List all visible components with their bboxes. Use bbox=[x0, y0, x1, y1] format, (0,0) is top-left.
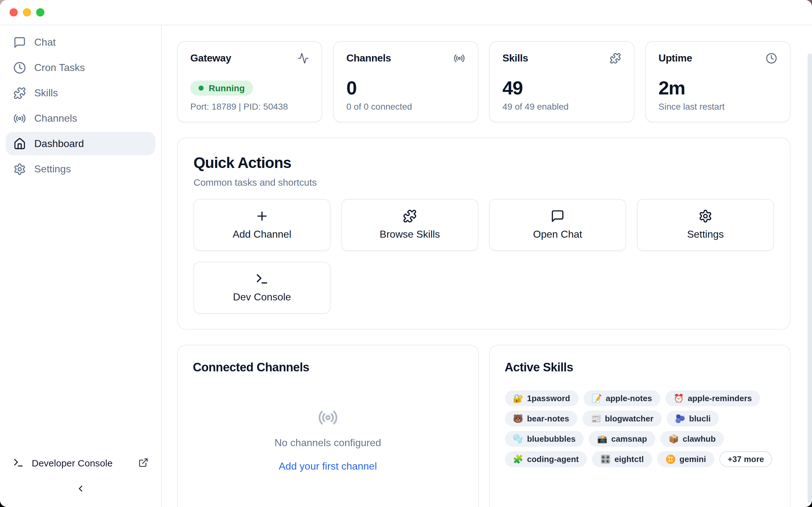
app-window: ChatCron TasksSkillsChannelsDashboardSet… bbox=[0, 0, 812, 507]
skill-chip-blogwatcher: 📰blogwatcher bbox=[582, 411, 662, 427]
stat-card-value: 49 bbox=[502, 78, 621, 98]
quick-actions-panel: Quick Actions Common tasks and shortcuts… bbox=[177, 137, 791, 330]
quick-action-open-chat[interactable]: Open Chat bbox=[489, 199, 626, 251]
skill-chip-gemini: ♊️gemini bbox=[657, 451, 714, 467]
stat-card-header: Gateway bbox=[190, 53, 309, 64]
sidebar-item-label: Dashboard bbox=[34, 138, 84, 149]
chevron-left-icon bbox=[75, 484, 86, 494]
home-icon bbox=[13, 137, 26, 150]
skill-chip-label: clawhub bbox=[682, 434, 716, 444]
radio-icon bbox=[454, 53, 465, 64]
stat-card-value: 0 bbox=[346, 78, 465, 98]
stat-card-title: Uptime bbox=[658, 53, 692, 64]
skill-chip-apple-reminders: ⏰apple-reminders bbox=[665, 390, 760, 406]
stat-card-title: Skills bbox=[502, 53, 528, 64]
sidebar-item-settings[interactable]: Settings bbox=[6, 157, 155, 181]
active-skills-title: Active Skills bbox=[505, 360, 774, 375]
stat-card-header: Channels bbox=[346, 53, 465, 64]
bottom-row: Connected Channels No channels configure… bbox=[177, 345, 791, 507]
radio-icon bbox=[318, 407, 338, 428]
quick-actions-subtitle: Common tasks and shortcuts bbox=[194, 177, 774, 187]
connected-channels-title: Connected Channels bbox=[193, 360, 463, 375]
scrollbar-thumb[interactable] bbox=[808, 53, 812, 503]
sidebar-item-label: Cron Tasks bbox=[34, 62, 85, 73]
skill-chip-clawhub: 📦clawhub bbox=[660, 431, 724, 447]
developer-console-label: Developer Console bbox=[32, 457, 131, 468]
stat-card-title: Gateway bbox=[190, 53, 231, 64]
skill-chip-label: eightctl bbox=[614, 454, 644, 464]
skill-emoji-icon: 🧩 bbox=[513, 455, 523, 463]
channels-empty-state: No channels configured Add your first ch… bbox=[193, 407, 463, 472]
puzzle-icon bbox=[13, 87, 26, 99]
skill-chip-label: bear-notes bbox=[527, 413, 569, 424]
quick-action-settings[interactable]: Settings bbox=[637, 199, 774, 251]
quick-action-dev-console[interactable]: Dev Console bbox=[194, 262, 331, 314]
settings-icon bbox=[699, 210, 712, 223]
quick-action-add-channel[interactable]: Add Channel bbox=[194, 199, 331, 251]
status-badge: Running bbox=[190, 80, 253, 96]
sidebar-collapse-button[interactable] bbox=[0, 478, 161, 499]
quick-action-label: Browse Skills bbox=[380, 229, 440, 240]
clock-icon bbox=[766, 53, 777, 64]
connected-channels-card: Connected Channels No channels configure… bbox=[177, 345, 478, 507]
close-button[interactable] bbox=[9, 8, 18, 16]
skill-emoji-icon: 🎛️ bbox=[600, 455, 611, 463]
skill-emoji-icon: 📦 bbox=[669, 435, 679, 443]
skills-more-label: +37 more bbox=[728, 454, 764, 464]
sidebar-item-label: Skills bbox=[34, 87, 58, 99]
add-first-channel-link[interactable]: Add your first channel bbox=[279, 461, 377, 472]
stat-card-channels: Channels00 of 0 connected bbox=[333, 41, 478, 122]
sidebar-item-dashboard[interactable]: Dashboard bbox=[6, 132, 155, 155]
plus-icon bbox=[255, 210, 269, 223]
stat-card-title: Channels bbox=[346, 53, 391, 64]
stat-card-spacer bbox=[190, 64, 309, 80]
skill-chip-camsnap: 📸camsnap bbox=[589, 431, 655, 447]
main-content: GatewayRunningPort: 18789 | PID: 50438Ch… bbox=[162, 25, 812, 507]
skill-emoji-icon: 📸 bbox=[597, 435, 607, 443]
minimize-button[interactable] bbox=[23, 8, 31, 16]
sidebar: ChatCron TasksSkillsChannelsDashboardSet… bbox=[0, 25, 162, 507]
quick-action-browse-skills[interactable]: Browse Skills bbox=[341, 199, 478, 251]
titlebar bbox=[0, 0, 812, 25]
stat-card-gateway: GatewayRunningPort: 18789 | PID: 50438 bbox=[177, 41, 322, 122]
sidebar-item-skills[interactable]: Skills bbox=[6, 81, 155, 105]
message-square-icon bbox=[13, 36, 26, 49]
skill-chip-label: apple-notes bbox=[606, 393, 652, 404]
skill-emoji-icon: 📰 bbox=[591, 414, 601, 423]
active-skills-card: Active Skills 🔐1password📝apple-notes⏰app… bbox=[489, 345, 791, 507]
skill-chips: 🔐1password📝apple-notes⏰apple-reminders🐻b… bbox=[505, 390, 774, 467]
skill-chip-label: apple-reminders bbox=[688, 393, 752, 404]
stat-card-skills: Skills4949 of 49 enabled bbox=[489, 41, 635, 122]
message-square-icon bbox=[551, 210, 565, 223]
skill-chip-label: blucli bbox=[689, 413, 711, 424]
stat-card-spacer bbox=[658, 64, 777, 78]
stat-card-subtext: 49 of 49 enabled bbox=[502, 101, 621, 112]
skill-chip-eightctl: 🎛️eightctl bbox=[592, 451, 652, 467]
skill-emoji-icon: 🫧 bbox=[513, 435, 523, 443]
zoom-button[interactable] bbox=[36, 8, 44, 16]
stat-card-spacer bbox=[346, 64, 465, 78]
stat-card-header: Uptime bbox=[658, 53, 777, 64]
quick-action-label: Dev Console bbox=[233, 292, 291, 303]
quick-action-label: Settings bbox=[687, 229, 724, 240]
puzzle-icon bbox=[403, 210, 417, 223]
skill-emoji-icon: 🔐 bbox=[513, 394, 523, 402]
sidebar-nav: ChatCron TasksSkillsChannelsDashboardSet… bbox=[0, 31, 161, 181]
developer-console-button[interactable]: Developer Console bbox=[0, 450, 161, 475]
channels-empty-text: No channels configured bbox=[274, 437, 381, 449]
sidebar-item-channels[interactable]: Channels bbox=[6, 107, 155, 130]
external-link-icon bbox=[138, 458, 148, 468]
skills-more-chip[interactable]: +37 more bbox=[719, 451, 772, 467]
sidebar-item-cron-tasks[interactable]: Cron Tasks bbox=[6, 56, 155, 79]
sidebar-item-label: Chat bbox=[34, 37, 56, 48]
sidebar-item-chat[interactable]: Chat bbox=[6, 31, 155, 54]
skill-chip-apple-notes: 📝apple-notes bbox=[583, 390, 660, 406]
skill-emoji-icon: 🐻 bbox=[513, 414, 523, 423]
status-badge-label: Running bbox=[209, 83, 245, 93]
skill-chip-label: gemini bbox=[679, 454, 706, 464]
puzzle-icon bbox=[610, 53, 621, 64]
skill-chip-1password: 🔐1password bbox=[505, 390, 578, 406]
sidebar-item-label: Channels bbox=[34, 112, 77, 124]
sidebar-item-label: Settings bbox=[34, 163, 71, 175]
clock-icon bbox=[13, 61, 26, 74]
